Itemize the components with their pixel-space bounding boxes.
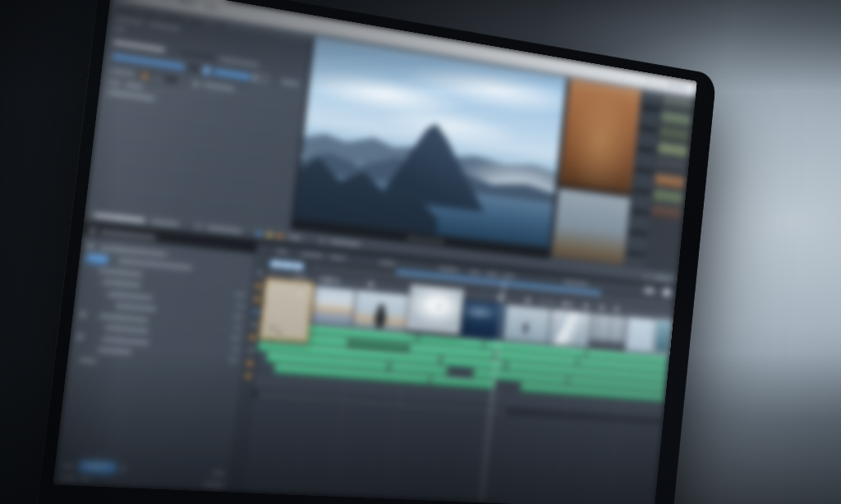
header-label-bar xyxy=(502,274,514,277)
property-label-bar xyxy=(97,348,131,354)
primary-action-button[interactable] xyxy=(78,461,117,474)
header-label-bar xyxy=(301,253,323,258)
zoom-dial[interactable] xyxy=(663,288,671,297)
panel-icon xyxy=(90,227,96,234)
keyframe-dot[interactable] xyxy=(321,277,324,281)
circle-icon xyxy=(76,334,83,341)
property-label-bar xyxy=(104,326,149,332)
property-value-bar xyxy=(232,347,239,351)
slider-track-filled xyxy=(112,53,186,70)
keyframe-dot[interactable] xyxy=(328,278,332,282)
circle-icon xyxy=(80,311,86,318)
input-field[interactable] xyxy=(139,71,177,84)
blue-marker-chip[interactable] xyxy=(256,231,262,236)
menubar-icons: △△ xyxy=(647,77,662,86)
timeline-clip[interactable] xyxy=(549,309,592,348)
timecode-icon xyxy=(195,223,201,230)
header-label-bar xyxy=(329,255,345,259)
transport-dot-button[interactable] xyxy=(434,240,437,242)
keyframe-dot[interactable] xyxy=(563,302,566,306)
timeline-clip[interactable] xyxy=(260,277,315,342)
transport-dot-button[interactable] xyxy=(427,239,430,241)
keyframe-dot[interactable] xyxy=(568,303,571,306)
property-label-bar xyxy=(115,305,155,311)
photo-backdrop: △△ xyxy=(0,0,841,504)
property-label-bar xyxy=(79,358,96,363)
bin-item-thumbnail[interactable] xyxy=(661,111,692,126)
timeline-clip[interactable] xyxy=(653,318,673,355)
header-label-bar xyxy=(563,281,589,286)
property-value-bar xyxy=(234,326,241,330)
menubar-item[interactable] xyxy=(177,0,197,6)
keyframe-dot[interactable] xyxy=(585,304,588,308)
track-status-dot[interactable] xyxy=(250,335,255,341)
timeline-clip[interactable] xyxy=(589,313,627,351)
transport-dot-button[interactable] xyxy=(408,236,411,239)
timeline-clip[interactable] xyxy=(352,289,410,331)
timeline-clip[interactable] xyxy=(625,316,655,353)
keyframe-dot[interactable] xyxy=(526,298,530,302)
monitor-bezel: △△ xyxy=(30,0,716,504)
property-label-bar xyxy=(107,292,153,300)
property-label-bar xyxy=(102,280,141,287)
bin-item-thumbnail[interactable] xyxy=(653,189,683,204)
timeline-clip[interactable] xyxy=(503,304,551,344)
property-value-bar xyxy=(229,359,238,363)
track-status-dot[interactable] xyxy=(257,271,263,277)
timeline-clip[interactable] xyxy=(310,285,356,327)
property-label-bar xyxy=(99,314,149,322)
slider-knob[interactable] xyxy=(202,65,212,75)
checkbox-icon[interactable] xyxy=(319,237,325,243)
grid-icon xyxy=(87,244,94,250)
transport-dot-button[interactable] xyxy=(415,237,418,240)
checkbox-icon[interactable] xyxy=(193,80,199,86)
timeline-tracks-area xyxy=(242,245,677,504)
transport-dot-button[interactable] xyxy=(420,238,424,241)
source-thumbnail-warm[interactable] xyxy=(559,78,641,196)
timeline-track-panel xyxy=(53,224,257,492)
keyframe-dot[interactable] xyxy=(600,305,603,309)
property-value-bar xyxy=(237,304,244,308)
track-status-dot[interactable] xyxy=(251,322,257,328)
transport-dot-button[interactable] xyxy=(439,240,443,242)
triangle-icon[interactable]: △ xyxy=(647,77,652,85)
screen: △△ xyxy=(53,0,696,504)
header-label-bar xyxy=(276,250,287,253)
bin-item-thumbnail[interactable] xyxy=(659,126,690,142)
track-status-dot[interactable] xyxy=(249,347,255,353)
orange-marker-chip[interactable] xyxy=(278,233,283,238)
keyframe-dot[interactable] xyxy=(336,279,339,282)
slider-end-tick xyxy=(254,73,256,81)
menubar-item[interactable] xyxy=(153,0,171,2)
keyframe-dot[interactable] xyxy=(369,282,373,286)
amber-chip xyxy=(141,73,148,78)
header-label-bar xyxy=(470,271,480,274)
properties-panel xyxy=(85,0,312,230)
menubar-item[interactable] xyxy=(204,4,218,10)
track-status-dot[interactable] xyxy=(246,373,251,379)
keyframe-dot[interactable] xyxy=(615,307,618,311)
triangle-icon[interactable]: △ xyxy=(657,80,662,87)
track-status-dot[interactable] xyxy=(253,309,259,314)
menubar-right-label xyxy=(666,83,687,89)
header-label-bar xyxy=(486,273,499,276)
timeline-clip[interactable] xyxy=(407,285,464,334)
track-status-dot[interactable] xyxy=(247,360,253,366)
header-label-bar xyxy=(439,268,457,272)
toggle-pill[interactable] xyxy=(86,254,108,263)
media-panels xyxy=(550,76,696,273)
property-value-bar xyxy=(236,293,246,297)
track-status-dot[interactable] xyxy=(255,296,260,302)
yellow-marker-chip[interactable] xyxy=(267,232,273,237)
bin-item-thumbnail[interactable] xyxy=(658,142,688,158)
track-status-dot[interactable] xyxy=(255,283,261,289)
value-box[interactable] xyxy=(258,74,268,83)
header-pill-button[interactable] xyxy=(644,287,655,294)
property-value-bar xyxy=(234,314,243,318)
bin-item-thumbnail[interactable] xyxy=(655,173,685,189)
source-thumbnail-muted[interactable] xyxy=(552,189,630,265)
bin-item-thumbnail[interactable] xyxy=(663,95,693,112)
bin-item-thumbnail[interactable] xyxy=(651,204,682,220)
lock-icon[interactable] xyxy=(645,274,650,280)
bin-item-thumbnail[interactable] xyxy=(656,158,687,173)
